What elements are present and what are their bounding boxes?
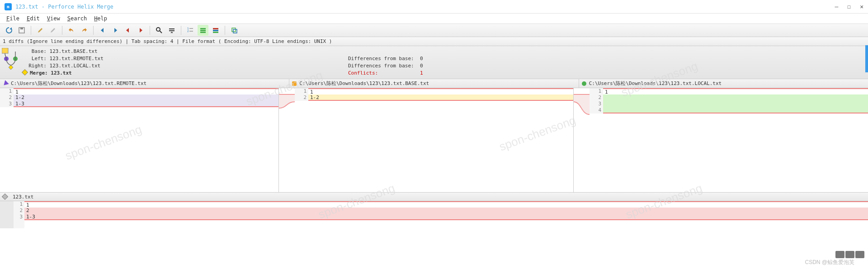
- line: [603, 94, 868, 101]
- local-pane-title: C:\Users\陈松\Downloads\123\123.txt.LOCAL.…: [579, 79, 868, 88]
- right-diff-count: Differences from base: 0: [348, 62, 423, 70]
- refresh-button[interactable]: [4, 25, 14, 36]
- line: 1: [603, 88, 868, 94]
- merge-file-row: Merge: 123.txt: [23, 70, 104, 77]
- svg-line-3: [160, 31, 162, 33]
- remote-marker-icon: [2, 80, 9, 87]
- toolbar: 12: [0, 24, 868, 37]
- svg-rect-13: [213, 28, 218, 29]
- base-pane[interactable]: 1 2 1 1-2: [295, 88, 574, 192]
- line-numbers-button[interactable]: 12: [185, 25, 196, 36]
- search-button[interactable]: [154, 25, 165, 36]
- base-pane-title: C:\Users\陈松\Downloads\123\123.txt.BASE.t…: [289, 79, 579, 88]
- maximize-button[interactable]: ☐: [847, 3, 851, 10]
- remote-gutter: 1 2 3: [0, 88, 14, 107]
- remote-pane-title: C:\Users\陈松\Downloads\123\123.txt.REMOTE…: [0, 79, 289, 88]
- conflict-count: 1: [420, 70, 423, 76]
- file-list: Base: 123.txt.BASE.txt Left: 123.txt.REM…: [23, 46, 104, 79]
- menu-file[interactable]: File: [3, 14, 23, 23]
- merge-file-name: 123.txt: [13, 194, 33, 200]
- diff-panes: 1 2 3 1 1-2 1-3 1 2 1 1-2 1 2 3 4: [0, 88, 868, 192]
- left-diff-count: Differences from base: 0: [348, 55, 423, 62]
- edit-button[interactable]: [35, 25, 46, 36]
- footer-icons: [835, 251, 864, 258]
- svg-rect-12: [200, 32, 206, 33]
- svg-point-2: [156, 28, 160, 31]
- line: 1-3: [24, 214, 868, 220]
- connector-right: [574, 88, 590, 192]
- left-file-label: Left: 123.txt.REMOTE.txt: [23, 55, 104, 62]
- footer-icon[interactable]: [855, 251, 864, 258]
- pane-headers: C:\Users\陈松\Downloads\123\123.txt.REMOTE…: [0, 79, 868, 88]
- line: 1-2: [308, 94, 573, 101]
- merge-content: 1 2 1-3: [24, 201, 868, 228]
- prev-diff-button[interactable]: [97, 25, 108, 36]
- line: 1: [308, 88, 573, 94]
- remote-path: C:\Users\陈松\Downloads\123\123.txt.REMOTE…: [11, 80, 146, 87]
- line: 1-3: [14, 101, 278, 107]
- local-content: 1: [603, 88, 868, 113]
- merge-marker-icon: [2, 193, 8, 200]
- svg-rect-10: [200, 28, 206, 29]
- svg-rect-4: [169, 28, 175, 29]
- merge-pane[interactable]: 1 2 3 1 2 1-3: [0, 201, 868, 228]
- remote-pane[interactable]: 1 2 3 1 1-2 1-3: [0, 88, 279, 192]
- menu-search[interactable]: Search: [64, 14, 90, 23]
- svg-rect-11: [200, 30, 206, 31]
- side-indicator: [865, 45, 868, 72]
- menu-bar: File Edit View Search Help: [0, 14, 868, 24]
- window-title: 123.txt - Perforce Helix Merge: [15, 4, 835, 10]
- remote-content: 1 1-2 1-3: [14, 88, 278, 107]
- undo-button[interactable]: [66, 25, 77, 36]
- redo-button[interactable]: [79, 25, 90, 36]
- goto-line-button[interactable]: [166, 25, 177, 36]
- base-content: 1 1-2: [308, 88, 573, 101]
- line: 1: [14, 88, 278, 94]
- copy-button[interactable]: [229, 25, 240, 36]
- title-bar: m 123.txt - Perforce Helix Merge — ☐ ✕: [0, 0, 868, 14]
- footer-icon[interactable]: [835, 251, 844, 258]
- svg-rect-16: [232, 28, 236, 32]
- line: 1-2: [14, 94, 278, 101]
- base-marker-icon: [292, 81, 297, 86]
- svg-rect-17: [233, 29, 237, 33]
- svg-rect-18: [2, 48, 8, 53]
- base-file-label: Base: 123.txt.BASE.txt: [23, 48, 104, 55]
- save-button[interactable]: [16, 25, 27, 36]
- menu-view[interactable]: View: [43, 14, 64, 23]
- csdn-attribution: CSDN @鲸鱼爱泡芙: [805, 259, 854, 266]
- info-panel: Base: 123.txt.BASE.txt Left: 123.txt.REM…: [0, 46, 868, 79]
- footer-icon[interactable]: [845, 251, 854, 258]
- line: 1: [24, 201, 868, 208]
- next-conflict-button[interactable]: [135, 25, 146, 36]
- local-path: C:\Users\陈松\Downloads\123\123.txt.LOCAL.…: [589, 80, 722, 87]
- local-pane[interactable]: 1 2 3 4 1: [590, 88, 868, 192]
- menu-edit[interactable]: Edit: [23, 14, 43, 23]
- merge-selector-strip[interactable]: [0, 201, 14, 228]
- merge-gutter: 1 2 3: [14, 201, 24, 228]
- local-marker-icon: [582, 81, 586, 86]
- edit-disabled-button[interactable]: [47, 25, 58, 36]
- conflict-row: Conflicts: 1: [348, 70, 423, 77]
- app-icon: m: [5, 3, 12, 10]
- status-bar: 1 diffs (Ignore line ending differences)…: [0, 37, 868, 46]
- connector-left: [279, 88, 295, 192]
- diff-stats: Differences from base: 0 Differences fro…: [348, 48, 423, 77]
- base-gutter: 1 2: [295, 88, 308, 101]
- minimize-button[interactable]: —: [835, 3, 839, 10]
- line: 2: [24, 208, 868, 214]
- next-diff-button[interactable]: [110, 25, 121, 36]
- line: [603, 101, 868, 107]
- view-mode-1-button[interactable]: [198, 25, 208, 36]
- svg-rect-5: [169, 30, 175, 31]
- svg-rect-15: [213, 32, 218, 33]
- merge-pane-header: 123.txt: [0, 192, 868, 201]
- close-button[interactable]: ✕: [860, 3, 863, 10]
- menu-help[interactable]: Help: [90, 14, 111, 23]
- merge-graph-icon: [0, 46, 23, 79]
- local-gutter: 1 2 3 4: [590, 88, 603, 113]
- view-mode-2-button[interactable]: [210, 25, 221, 36]
- right-file-label: Right: 123.txt.LOCAL.txt: [23, 62, 104, 70]
- svg-text:2: 2: [187, 29, 189, 33]
- prev-conflict-button[interactable]: [123, 25, 133, 36]
